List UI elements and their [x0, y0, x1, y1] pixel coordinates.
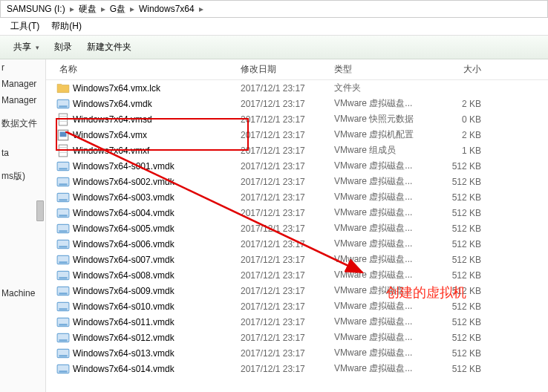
disk-icon — [56, 223, 70, 235]
sidebar-item[interactable]: ta — [0, 145, 45, 161]
file-type: 文件夹 — [334, 82, 422, 94]
file-date: 2017/12/1 23:17 — [241, 239, 334, 249]
file-name: Windows7x64-s006.vmdk — [73, 239, 241, 249]
chevron-right-icon[interactable]: ▸ — [68, 4, 76, 14]
share-label: 共享 — [13, 41, 31, 53]
file-name: Windows7x64-s003.vmdk — [73, 192, 241, 203]
file-type: VMware 虚拟磁盘... — [334, 284, 422, 297]
table-row[interactable]: Windows7x64.vmxf2017/12/1 23:17VMware 组成… — [46, 143, 548, 158]
table-row[interactable]: Windows7x64-s010.vmdk2017/12/1 23:17VMwa… — [46, 298, 548, 314]
newfolder-button[interactable]: 新建文件夹 — [79, 38, 139, 56]
file-type: VMware 虚拟磁盘... — [334, 362, 422, 375]
table-row[interactable]: Windows7x64-s002.vmdk2017/12/1 23:17VMwa… — [46, 174, 548, 189]
disk-icon — [56, 98, 70, 110]
file-size: 512 KB — [422, 223, 490, 234]
file-size: 2 KB — [422, 99, 490, 109]
file-type: VMware 虚拟磁盘... — [334, 316, 422, 328]
file-size: 512 KB — [422, 317, 490, 327]
share-button[interactable]: 共享 — [6, 38, 47, 56]
menubar: 工具(T) 帮助(H) — [0, 18, 548, 36]
file-icon — [56, 114, 70, 125]
file-date: 2017/12/1 23:17 — [241, 99, 334, 109]
file-type: VMware 虚拟磁盘... — [334, 97, 422, 110]
breadcrumb-item[interactable]: 硬盘 — [76, 3, 100, 16]
svg-rect-2 — [59, 114, 67, 125]
file-date: 2017/12/1 23:17 — [241, 114, 334, 125]
col-type-header[interactable]: 类型 — [334, 63, 422, 76]
file-date: 2017/12/1 23:17 — [241, 317, 334, 327]
disk-icon — [56, 347, 70, 359]
file-size: 512 KB — [422, 364, 490, 374]
breadcrumb-item[interactable]: Windows7x64 — [136, 4, 198, 14]
chevron-right-icon[interactable]: ▸ — [100, 4, 107, 14]
file-size: 1 KB — [422, 146, 490, 156]
table-row[interactable]: Windows7x64-s006.vmdk2017/12/1 23:17VMwa… — [46, 236, 548, 252]
table-row[interactable]: Windows7x64-s005.vmdk2017/12/1 23:17VMwa… — [46, 220, 548, 236]
table-row[interactable]: Windows7x64-s014.vmdk2017/12/1 23:17VMwa… — [46, 361, 548, 376]
table-row[interactable]: Windows7x64-s004.vmdk2017/12/1 23:17VMwa… — [46, 205, 548, 220]
sidebar-item[interactable] — [0, 161, 45, 167]
table-row[interactable]: Windows7x64-s001.vmdk2017/12/1 23:17VMwa… — [46, 158, 548, 174]
burn-button[interactable]: 刻录 — [47, 38, 79, 56]
col-name-header[interactable]: 名称 — [46, 63, 241, 76]
sidebar-item[interactable]: r — [0, 59, 45, 76]
table-row[interactable]: Windows7x64-s007.vmdk2017/12/1 23:17VMwa… — [46, 252, 548, 267]
svg-rect-4 — [60, 131, 67, 137]
col-date-header[interactable]: 修改日期 — [241, 63, 334, 76]
disk-icon — [56, 316, 70, 328]
file-name: Windows7x64.vmsd — [73, 114, 241, 125]
file-type: VMware 虚拟磁盘... — [334, 331, 422, 344]
table-row[interactable]: Windows7x64-s008.vmdk2017/12/1 23:17VMwa… — [46, 267, 548, 283]
file-size: 512 KB — [422, 208, 490, 218]
table-row[interactable]: Windows7x64.vmsd2017/12/1 23:17VMware 快照… — [46, 111, 548, 127]
sidebar-item[interactable] — [0, 108, 45, 114]
file-type: VMware 虚拟磁盘... — [334, 269, 422, 281]
toolbar: 共享 刻录 新建文件夹 — [0, 36, 548, 59]
file-name: Windows7x64.vmx — [73, 130, 241, 140]
table-row[interactable]: Windows7x64-s011.vmdk2017/12/1 23:17VMwa… — [46, 314, 548, 330]
table-row[interactable]: Windows7x64-s003.vmdk2017/12/1 23:17VMwa… — [46, 189, 548, 205]
file-size: 512 KB — [422, 177, 490, 187]
sidebar-item[interactable] — [0, 192, 45, 197]
sidebar-item[interactable]: 数据文件 — [0, 114, 45, 133]
file-type: VMware 虚拟机配置 — [334, 128, 422, 141]
chevron-right-icon[interactable]: ▸ — [198, 4, 205, 14]
table-row[interactable]: Windows7x64.vmdk2017/12/1 23:17VMware 虚拟… — [46, 96, 548, 111]
table-row[interactable]: Windows7x64-s013.vmdk2017/12/1 23:17VMwa… — [46, 345, 548, 361]
svg-rect-21 — [59, 277, 67, 278]
sidebar-item[interactable] — [0, 186, 45, 192]
breadcrumb-item[interactable]: G盘 — [107, 3, 128, 16]
table-row[interactable]: Windows7x64-s009.vmdk2017/12/1 23:17VMwa… — [46, 283, 548, 298]
sidebar-item[interactable] — [0, 139, 45, 145]
file-date: 2017/12/1 23:17 — [241, 270, 334, 281]
scrollbar-thumb[interactable] — [36, 200, 44, 221]
table-row[interactable]: Windows7x64.vmx2017/12/1 23:17VMware 虚拟机… — [46, 127, 548, 143]
menu-help[interactable]: 帮助(H) — [47, 19, 86, 34]
file-date: 2017/12/1 23:17 — [241, 177, 334, 187]
table-row[interactable]: Windows7x64-s012.vmdk2017/12/1 23:17VMwa… — [46, 330, 548, 345]
col-size-header[interactable]: 大小 — [422, 63, 490, 76]
chevron-right-icon[interactable]: ▸ — [128, 4, 136, 14]
sidebar-item[interactable]: Manager — [0, 76, 45, 92]
file-size: 512 KB — [422, 255, 490, 265]
svg-rect-17 — [59, 246, 67, 247]
sidebar-item[interactable]: ms版) — [0, 167, 45, 186]
sidebar-item[interactable]: Manager — [0, 92, 45, 108]
file-size: 512 KB — [422, 239, 490, 249]
breadcrumb-item[interactable]: SAMSUNG (I:) — [4, 4, 68, 14]
table-row[interactable]: Windows7x64.vmx.lck2017/12/1 23:17文件夹 — [46, 80, 548, 96]
vmx-icon — [56, 129, 70, 141]
svg-rect-5 — [59, 145, 67, 157]
column-headers: 名称 修改日期 类型 大小 — [46, 59, 548, 80]
file-name: Windows7x64-s014.vmdk — [73, 364, 241, 374]
file-type: VMware 虚拟磁盘... — [334, 175, 422, 188]
file-name: Windows7x64-s012.vmdk — [73, 333, 241, 343]
disk-icon — [56, 238, 70, 250]
sidebar-item[interactable]: Machine — [0, 285, 45, 301]
menu-tools[interactable]: 工具(T) — [6, 19, 44, 34]
sidebar-item[interactable] — [0, 133, 45, 139]
breadcrumb[interactable]: SAMSUNG (I:) ▸ 硬盘 ▸ G盘 ▸ Windows7x64 ▸ — [0, 0, 548, 18]
file-name: Windows7x64-s013.vmdk — [73, 348, 241, 359]
file-name: Windows7x64-s005.vmdk — [73, 223, 241, 234]
file-type: VMware 虚拟磁盘... — [334, 238, 422, 250]
